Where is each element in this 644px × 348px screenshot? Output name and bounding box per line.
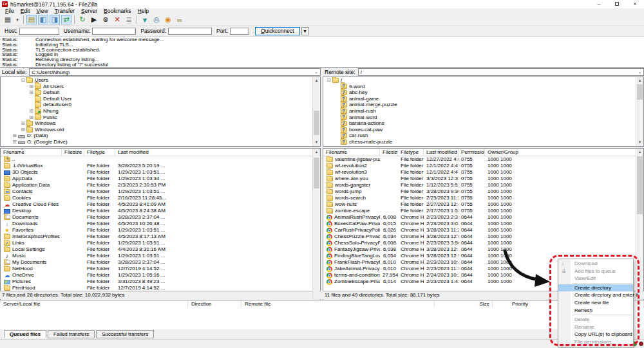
username-input[interactable] [92, 28, 136, 35]
scrollbar-thumb[interactable] [314, 111, 319, 135]
close-button[interactable]: × [626, 0, 644, 8]
menu-item-create-directory[interactable]: Create directory [558, 284, 633, 292]
file-row[interactable]: ★FavoritesFile folder1/29/2023 1:03:51 .… [1, 227, 320, 234]
scrollbar[interactable]: ▲▼ [636, 77, 643, 146]
remote-tree-item[interactable]: animal-word [323, 114, 643, 121]
local-tree-item[interactable]: ⊞D: (Data) [1, 133, 320, 139]
file-row[interactable]: IntelGraphicsProfilesFile folder4/5/2023… [1, 234, 320, 240]
process-queue-button[interactable]: ▶ [89, 15, 99, 24]
remote-tree-item[interactable]: ⊟/ [323, 77, 643, 84]
file-row[interactable]: .LdVirtualBoxFile folder3/28/2023 5:20:1… [1, 163, 320, 169]
file-row[interactable]: wow-nutsFile folder2/27/2023 12:4...0755… [323, 201, 643, 208]
menu-server[interactable]: Server [78, 8, 100, 14]
scroll-up-icon[interactable]: ▲ [314, 149, 319, 155]
queue-column-size[interactable]: Size [435, 300, 493, 307]
file-row[interactable]: Application DataFile folder2/3/2023 2:30… [1, 182, 320, 188]
host-input[interactable] [19, 28, 59, 35]
queue-column-remote-file[interactable]: Remote file [242, 300, 435, 307]
file-row[interactable]: CookiesFile folder2/16/2023 11:28:45... [1, 195, 320, 201]
column-header-filetype[interactable]: Filetype [84, 149, 115, 156]
menu-file[interactable]: File [2, 8, 17, 14]
column-header-permissions[interactable]: Permissions [459, 149, 485, 156]
menu-transfer[interactable]: Transfer [52, 8, 78, 14]
column-header-filetype[interactable]: Filetype [398, 149, 424, 156]
column-header-owner-group[interactable]: Owner/Group [485, 149, 643, 156]
file-row[interactable]: 3D ObjectsFile folder1/29/2023 1:03:51 .… [1, 169, 320, 176]
column-header-filename[interactable]: Filename˄ [323, 149, 380, 156]
file-row[interactable]: ↓DownloadsFile folder4/5/2023 10:26:48 .… [1, 221, 320, 227]
scrollbar-thumb[interactable] [637, 84, 643, 100]
refresh-button[interactable]: ↻ [77, 15, 88, 24]
menu-item-refresh[interactable]: Refresh [558, 307, 633, 315]
scrollbar-thumb[interactable] [314, 158, 319, 188]
site-manager-dropdown-button[interactable]: ▾ [14, 15, 21, 24]
quickconnect-button[interactable]: Quickconnect [255, 27, 300, 35]
scroll-up-icon[interactable]: ▲ [314, 78, 319, 84]
local-tree-item[interactable]: ⊞Nhung [1, 108, 320, 114]
menu-item-create-directory-and-enter-it[interactable]: Create directory and enter it [558, 291, 633, 299]
minimize-button[interactable]: – [590, 0, 608, 8]
remote-tree-item[interactable]: animal-rush [323, 108, 643, 114]
chevron-down-icon[interactable]: ⌄ [314, 69, 318, 75]
scrollbar-thumb[interactable] [637, 156, 643, 214]
password-input[interactable] [168, 28, 212, 35]
tree-expander-icon[interactable]: ⊞ [20, 127, 26, 133]
file-row[interactable]: ☁Creative Cloud FilesFile folder4/5/2023… [1, 201, 320, 208]
remote-tree-item[interactable]: animal-merge-puzzle [323, 102, 643, 108]
column-header-last-modified[interactable]: Last modified [115, 149, 320, 156]
menu-bookmarks[interactable]: Bookmarks [100, 8, 135, 14]
file-row[interactable]: words-jumpFile folder3/28/2023 9:30:...0… [323, 188, 643, 195]
file-row[interactable]: PicturesFile folder3/31/2023 8:49:23 ... [1, 279, 320, 285]
file-row[interactable]: NetHoodFile folder12/7/2019 4:14:52 ... [1, 266, 320, 272]
tree-expander-icon[interactable]: ⊟ [20, 77, 26, 84]
remote-tree-item[interactable]: abc-hey [323, 89, 643, 96]
column-header-filename[interactable]: Filename˄ [1, 149, 62, 156]
file-row[interactable]: .. [1, 156, 320, 163]
column-header-filesize[interactable]: Filesize [62, 149, 84, 156]
file-row[interactable]: LinksFile folder1/29/2023 1:03:51 ... [1, 240, 320, 246]
local-tree-item[interactable]: defaultuser0 [1, 102, 320, 108]
synchronized-browsing-button[interactable]: ◉ [163, 15, 173, 24]
tree-expander-icon[interactable]: ⊞ [20, 120, 26, 127]
local-tree-item[interactable]: ⊞All Users [1, 84, 320, 90]
file-row[interactable]: CarRushPrivacyPolicy...6,026Chrome H...3… [323, 227, 643, 234]
toggle-log-view-button[interactable]: ▤ [26, 15, 37, 24]
scroll-up-icon[interactable]: ▲ [637, 149, 643, 155]
tree-expander-icon[interactable]: ⊟ [326, 77, 332, 84]
menu-edit[interactable]: Edit [17, 8, 33, 14]
scroll-up-icon[interactable]: ▲ [637, 78, 643, 84]
menu-item-create-new-file[interactable]: Create new file [558, 299, 633, 307]
tree-expander-icon[interactable]: ⊞ [28, 84, 34, 90]
queue-column-server-local-file[interactable]: Server/Local file [0, 300, 188, 307]
local-tree-item[interactable]: ⊞G: (Google Drive) [1, 139, 320, 145]
toggle-transfer-queue-button[interactable]: ⇄ [61, 15, 71, 24]
remote-tree-item[interactable]: chess-mate-puzzle [323, 139, 643, 145]
queue-column-priority[interactable]: Priority [493, 300, 567, 307]
file-row[interactable]: ☁OneDriveFile folder1/29/2023 1:05:16 ..… [1, 272, 320, 279]
tree-expander-icon[interactable]: ⊞ [28, 108, 34, 114]
toggle-remote-tree-button[interactable]: ◨ [50, 15, 60, 24]
local-tree-item[interactable]: ⊞Public [1, 114, 320, 121]
scroll-down-icon[interactable]: ▼ [637, 140, 643, 145]
cancel-operation-button[interactable]: ⊗ [100, 15, 111, 24]
local-tree-item[interactable]: ⊞Windows [1, 120, 320, 127]
toggle-local-tree-button[interactable]: ◧ [38, 15, 48, 24]
file-row[interactable]: words-gangsterFile folder1/12/2023 5:51:… [323, 182, 643, 188]
scroll-down-icon[interactable]: ▼ [314, 140, 319, 145]
site-manager-button[interactable]: ▦ [3, 15, 13, 24]
file-row[interactable]: BoxesCatPaw-Privacy...6,015Chrome H...2/… [323, 221, 643, 227]
local-tree-item[interactable]: Default User [1, 96, 320, 102]
file-row[interactable]: DocumentsFile folder3/28/2023 2:37:04 ..… [1, 214, 320, 221]
local-tree-item[interactable]: ⊞Default [1, 89, 320, 96]
tree-expander-icon[interactable]: ⊞ [28, 89, 34, 96]
tab-queued-files[interactable]: Queued files [4, 330, 46, 338]
file-row[interactable]: DesktopFile folder4/5/2023 8:24:38 AM [1, 208, 320, 214]
remote-tree-item[interactable]: car-rush [323, 133, 643, 139]
reconnect-button[interactable]: ≣ [124, 15, 134, 24]
file-row[interactable]: My DocumentsFile folder3/28/2023 2:37:04… [1, 259, 320, 266]
local-site-combobox[interactable]: C:\Users\Nhung\ ⌄ [29, 68, 321, 76]
directory-comparison-button[interactable]: ◎ [151, 15, 162, 24]
disconnect-button[interactable]: ✕ [112, 15, 122, 24]
column-header-last-modified[interactable]: Last modified [424, 149, 459, 156]
file-row[interactable]: FantasyJigsaw-Privacy...6,038Chrome H...… [323, 246, 643, 253]
